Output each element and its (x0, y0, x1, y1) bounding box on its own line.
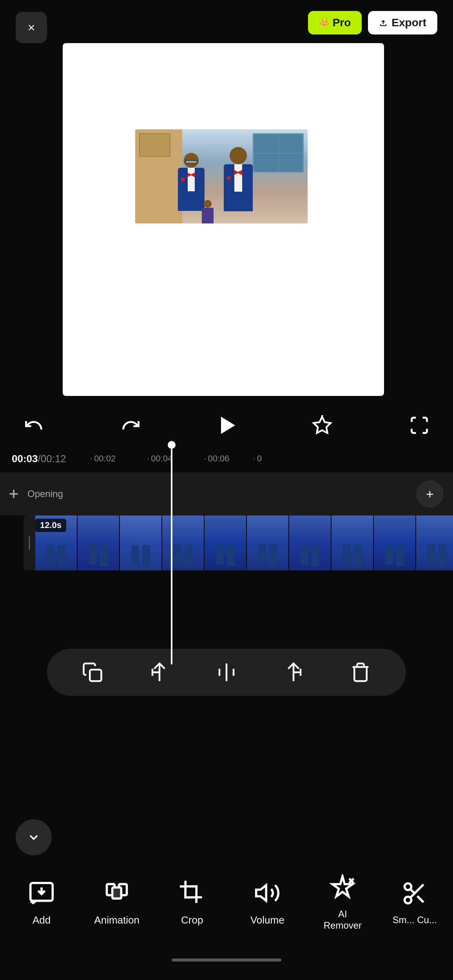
frame-thumb (332, 515, 374, 570)
add-to-track-button[interactable]: + (416, 480, 444, 508)
opening-label: Opening (24, 488, 63, 499)
frame-thumb (374, 515, 416, 570)
animation-label: Animation (94, 914, 140, 926)
svg-point-27 (405, 897, 411, 903)
crown-icon: 👑 (319, 18, 330, 28)
ai-remover-label: AI Remover (324, 909, 362, 931)
timeline-ruler: 00:03 / 00:12 · 00:02 · 00:04 · 00:06 · … (0, 445, 453, 472)
plus-icon: + (426, 487, 434, 501)
video-track: 12.0s (0, 515, 453, 570)
split-start-button[interactable] (144, 657, 175, 688)
volume-icon (252, 877, 283, 909)
svg-line-30 (410, 889, 415, 893)
frame-thumb (289, 515, 332, 570)
current-time: 00:03 (12, 453, 38, 465)
frame-thumb (416, 515, 453, 570)
split-start-icon (149, 662, 170, 683)
delete-clip-button[interactable] (345, 657, 376, 688)
add-label: Add (33, 914, 51, 926)
toolbar-animation[interactable]: Animation (91, 877, 142, 926)
time-label-2: 00:04 (151, 454, 172, 464)
toolbar-crop[interactable]: Crop (167, 877, 217, 926)
play-button[interactable] (218, 417, 235, 434)
time-marker-3: · (204, 454, 206, 464)
split-icon (216, 662, 237, 683)
time-marker-2: · (147, 454, 149, 464)
playback-controls (0, 406, 453, 445)
svg-rect-6 (90, 670, 101, 681)
add-icon (26, 877, 57, 909)
frame-thumb (78, 515, 120, 570)
close-icon: × (28, 20, 35, 35)
split-end-icon (283, 662, 304, 683)
smart-cut-label: Sm... Cu... (393, 915, 437, 926)
chevron-down-icon (27, 830, 41, 844)
time-marker-4: · (253, 454, 255, 464)
collapse-button[interactable] (16, 819, 52, 855)
time-marker-1: · (90, 454, 92, 464)
crop-label: Crop (181, 914, 203, 926)
time-label-4: 0 (257, 454, 262, 464)
toolbar-add[interactable]: Add (16, 877, 67, 926)
toolbar-smart-cut[interactable]: Sm... Cu... (393, 878, 437, 926)
svg-marker-23 (256, 885, 266, 901)
frame-thumb (162, 515, 205, 570)
svg-point-26 (405, 883, 411, 890)
export-label: Export (391, 16, 426, 29)
ai-remover-icon (327, 872, 358, 903)
copy-icon (82, 662, 103, 683)
bottom-toolbar: Add Animation Crop (0, 858, 453, 945)
volume-label: Volume (250, 914, 284, 926)
frame-thumb (120, 515, 162, 570)
duration-badge: 12.0s (35, 519, 66, 532)
delete-icon (350, 662, 371, 683)
frame-thumb (205, 515, 247, 570)
track-row: Opening + (0, 472, 453, 515)
undo-button[interactable] (24, 415, 44, 436)
redo-button[interactable] (121, 415, 141, 436)
timeline-tools-bar (47, 649, 406, 696)
add-track-icon[interactable] (4, 484, 24, 504)
frame-thumb (247, 515, 289, 570)
total-time: 00:12 (41, 453, 66, 465)
pro-button[interactable]: 👑 Pro (308, 11, 362, 34)
export-button[interactable]: Export (368, 11, 437, 34)
crop-icon (176, 877, 208, 909)
animation-icon (101, 877, 132, 909)
copy-clip-button[interactable] (77, 657, 108, 688)
time-label-1: 00:02 (94, 454, 116, 464)
fullscreen-button[interactable] (409, 415, 429, 436)
track-frames (35, 515, 453, 570)
svg-line-29 (417, 896, 424, 902)
effects-button[interactable] (312, 415, 332, 436)
svg-marker-1 (313, 417, 330, 433)
black-spacer (0, 570, 453, 649)
play-icon (221, 417, 235, 434)
toolbar-volume[interactable]: Volume (242, 877, 293, 926)
bottom-scrollbar[interactable] (0, 958, 453, 962)
track-left-handle[interactable] (24, 515, 35, 570)
close-button[interactable]: × (16, 12, 47, 43)
preview-canvas (63, 43, 384, 396)
toolbar-ai-remover[interactable]: AI Remover (317, 872, 368, 931)
time-separator: / (38, 453, 41, 465)
split-button[interactable] (211, 657, 242, 688)
smart-cut-icon (399, 878, 430, 909)
time-label-3: 00:06 (208, 454, 230, 464)
split-end-button[interactable] (278, 657, 309, 688)
pro-label: Pro (333, 16, 351, 29)
upload-icon (379, 18, 388, 27)
svg-rect-22 (112, 887, 121, 898)
preview-image (135, 129, 308, 223)
